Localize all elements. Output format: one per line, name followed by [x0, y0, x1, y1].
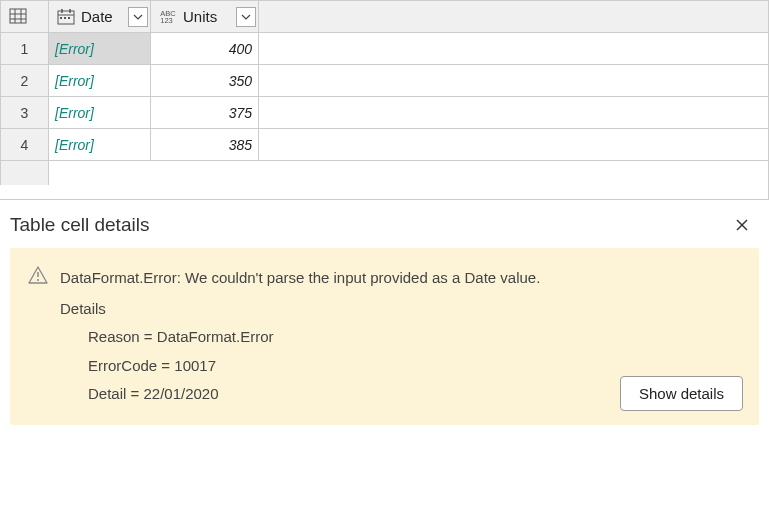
- data-table: Date ABC123 Units 1: [0, 0, 768, 185]
- svg-rect-0: [10, 9, 26, 23]
- svg-rect-11: [68, 17, 70, 19]
- cell-units[interactable]: 385: [151, 129, 259, 161]
- svg-rect-10: [64, 17, 66, 19]
- error-details-label: Details: [60, 295, 540, 324]
- error-message: DataFormat.Error: We couldn't parse the …: [60, 264, 540, 293]
- filler-row: [1, 161, 769, 185]
- cell-date[interactable]: [Error]: [49, 65, 151, 97]
- error-reason: Reason = DataFormat.Error: [88, 323, 540, 352]
- warning-icon: [28, 266, 48, 287]
- calendar-icon: [55, 7, 77, 27]
- row-number[interactable]: 1: [1, 33, 49, 65]
- error-detail: Detail = 22/01/2020: [88, 380, 540, 409]
- close-button[interactable]: [729, 212, 755, 238]
- abc123-icon: ABC123: [157, 7, 179, 27]
- cell-units[interactable]: 350: [151, 65, 259, 97]
- column-label: Date: [81, 8, 113, 25]
- details-title: Table cell details: [10, 214, 149, 236]
- data-grid: Date ABC123 Units 1: [0, 0, 769, 200]
- blank-cell: [259, 129, 769, 161]
- table-row[interactable]: 1 [Error] 400: [1, 33, 769, 65]
- svg-point-15: [37, 279, 39, 281]
- column-label: Units: [183, 8, 217, 25]
- table-row[interactable]: 2 [Error] 350: [1, 65, 769, 97]
- blank-header: [259, 1, 769, 33]
- column-filter-dropdown[interactable]: [128, 7, 148, 27]
- column-header-date[interactable]: Date: [49, 1, 151, 33]
- blank-cell: [259, 65, 769, 97]
- table-row[interactable]: 3 [Error] 375: [1, 97, 769, 129]
- select-all-corner[interactable]: [1, 1, 49, 33]
- table-row[interactable]: 4 [Error] 385: [1, 129, 769, 161]
- blank-cell: [259, 33, 769, 65]
- error-box: DataFormat.Error: We couldn't parse the …: [10, 248, 759, 425]
- table-icon: [7, 6, 29, 26]
- cell-date[interactable]: [Error]: [49, 97, 151, 129]
- svg-rect-9: [60, 17, 62, 19]
- cell-date[interactable]: [Error]: [49, 129, 151, 161]
- row-number[interactable]: 2: [1, 65, 49, 97]
- column-filter-dropdown[interactable]: [236, 7, 256, 27]
- show-details-button[interactable]: Show details: [620, 376, 743, 411]
- cell-date[interactable]: [Error]: [49, 33, 151, 65]
- row-number[interactable]: 3: [1, 97, 49, 129]
- row-number[interactable]: 4: [1, 129, 49, 161]
- column-header-units[interactable]: ABC123 Units: [151, 1, 259, 33]
- close-icon: [735, 218, 749, 232]
- details-panel: Table cell details DataFormat.Error: We …: [0, 200, 769, 435]
- cell-units[interactable]: 375: [151, 97, 259, 129]
- blank-cell: [259, 97, 769, 129]
- cell-units[interactable]: 400: [151, 33, 259, 65]
- error-code: ErrorCode = 10017: [88, 352, 540, 381]
